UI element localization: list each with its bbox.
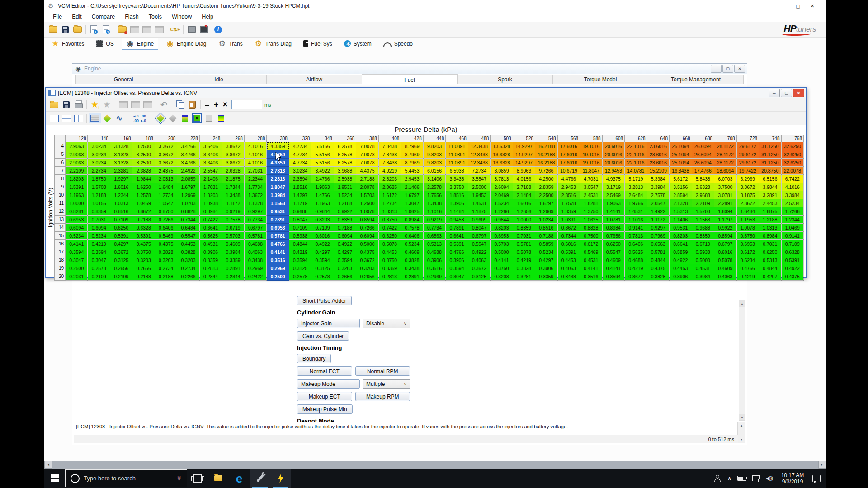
table-cell[interactable]: 29.6172 xyxy=(736,159,759,167)
table-cell[interactable]: 0.6953 xyxy=(267,224,289,232)
table-cell[interactable]: 0.4297 xyxy=(110,240,132,248)
view-graph-icon[interactable] xyxy=(113,113,125,124)
table-cell[interactable]: 0.8984 xyxy=(401,216,423,224)
table-cell[interactable]: 0.4141 xyxy=(66,240,88,248)
row-header[interactable]: 17 xyxy=(55,248,66,256)
table-cell[interactable]: 0.7109 xyxy=(311,224,334,232)
table-cell[interactable]: 1.1016 xyxy=(423,207,445,216)
row-header[interactable]: 20 xyxy=(55,272,66,281)
normal-rpm-button[interactable]: Normal RPM xyxy=(355,366,410,376)
table-cell[interactable]: 1.3438 xyxy=(222,191,244,199)
table-cell[interactable]: 0.6797 xyxy=(244,224,266,232)
table-cell[interactable]: 1.8516 xyxy=(446,191,468,199)
table-cell[interactable]: 0.8672 xyxy=(132,207,155,216)
equals-icon[interactable]: = xyxy=(203,100,212,109)
table-cell[interactable]: 32.6250 xyxy=(781,150,804,159)
table-cell[interactable]: 0.3828 xyxy=(401,256,423,264)
table-cell[interactable]: 3.4766 xyxy=(177,142,199,150)
table-cell[interactable]: 0.4219 xyxy=(513,256,535,264)
table-cell[interactable]: 1.0078 xyxy=(736,224,759,232)
table-cell[interactable]: 12.3438 xyxy=(468,159,490,167)
table-cell[interactable]: 0.8359 xyxy=(88,207,110,216)
table-cell[interactable]: 7.0078 xyxy=(356,159,378,167)
engine-restore-button[interactable]: ▢ xyxy=(722,65,733,73)
table-cell[interactable]: 0.4375 xyxy=(647,264,669,272)
table-cell[interactable]: 0.6797 xyxy=(714,240,736,248)
table-cell[interactable]: 0.2188 xyxy=(155,272,177,281)
table-cell[interactable]: 0.4297 xyxy=(535,256,557,264)
paste-icon[interactable] xyxy=(187,99,198,110)
table-cell[interactable]: 1.6875 xyxy=(759,207,781,216)
table-cell[interactable]: 2.9453 xyxy=(557,183,580,191)
table-cell[interactable]: 0.4375 xyxy=(356,248,378,256)
compare-fill-icon[interactable] xyxy=(179,113,190,124)
table-cell[interactable]: 16.2188 xyxy=(535,159,557,167)
table-cell[interactable]: 0.4297 xyxy=(311,248,334,256)
table-cell[interactable]: 0.4609 xyxy=(222,240,244,248)
column-header[interactable]: 508 xyxy=(491,135,513,142)
table-cell[interactable]: 1.4141 xyxy=(602,207,624,216)
taskbar-clock[interactable]: 10:17 AM 9/3/2019 xyxy=(778,472,807,485)
table-cell[interactable]: 4.4375 xyxy=(356,167,378,175)
tab-os[interactable]: OS xyxy=(92,39,118,49)
boundary-button[interactable]: Boundary xyxy=(297,354,331,363)
table-cell[interactable]: 1.0625 xyxy=(401,207,423,216)
engine-minimize-button[interactable]: ─ xyxy=(711,65,722,73)
engine-tab-spark[interactable]: Spark xyxy=(458,75,553,84)
table-cell[interactable]: 5.1719 xyxy=(625,175,647,183)
table-cell[interactable]: 3.8672 xyxy=(222,142,244,150)
column-header[interactable]: 208 xyxy=(155,135,177,142)
table-cell[interactable]: 0.7813 xyxy=(625,232,647,240)
table-cell[interactable]: 2.0625 xyxy=(378,183,401,191)
favorite-add-icon[interactable] xyxy=(89,99,100,110)
table-cell[interactable]: 0.7109 xyxy=(289,224,311,232)
table-cell[interactable]: 1.3906 xyxy=(446,199,468,207)
table-cell[interactable]: 0.7656 xyxy=(602,232,624,240)
table-cell[interactable]: 0.2656 xyxy=(132,264,155,272)
table-cell[interactable]: 2.1875 xyxy=(222,175,244,183)
table-cell[interactable]: 0.9219 xyxy=(423,216,445,224)
table-cell[interactable]: 1.9297 xyxy=(110,175,132,183)
table-cell[interactable]: 0.2656 xyxy=(110,264,132,272)
tab-trans[interactable]: Trans xyxy=(214,38,246,49)
table-cell[interactable]: 1.6797 xyxy=(401,191,423,199)
table-cell[interactable]: 1.6797 xyxy=(177,183,199,191)
table-cell[interactable]: 0.7891 xyxy=(446,224,468,232)
table-cell[interactable]: 26.6094 xyxy=(692,142,714,150)
file-info-icon[interactable]: i xyxy=(88,24,99,35)
column-header[interactable]: 628 xyxy=(625,135,647,142)
table-cell[interactable]: 1.5703 xyxy=(692,207,714,216)
column-header[interactable]: 248 xyxy=(199,135,222,142)
table-cell[interactable]: 7.8438 xyxy=(378,150,401,159)
table-cell[interactable]: 2.6484 xyxy=(625,191,647,199)
table-cell[interactable]: 2.5469 xyxy=(602,191,624,199)
grid-3-icon[interactable] xyxy=(142,99,153,110)
multiply-icon[interactable]: × xyxy=(221,100,230,109)
table-cell[interactable]: 0.5703 xyxy=(222,232,244,240)
engine-close-button[interactable]: ✕ xyxy=(734,65,745,73)
table-cell[interactable]: 0.9453 xyxy=(446,216,468,224)
table-cell[interactable]: 0.4531 xyxy=(692,264,714,272)
column-header[interactable]: 568 xyxy=(557,135,580,142)
view-3d-icon[interactable] xyxy=(101,113,113,124)
table-cell[interactable]: 3.6328 xyxy=(692,183,714,191)
row-header[interactable]: 15 xyxy=(55,232,66,240)
table-cell[interactable]: 20.6016 xyxy=(602,150,624,159)
menu-window[interactable]: Window xyxy=(167,13,197,21)
scroll-right-icon[interactable]: ► xyxy=(818,461,826,469)
table-cell[interactable]: 0.8359 xyxy=(513,224,535,232)
table-cell[interactable]: 0.3125 xyxy=(289,264,311,272)
table-cell[interactable]: 13.6328 xyxy=(491,150,513,159)
table-cell[interactable]: 0.6094 xyxy=(334,232,356,240)
table-cell[interactable]: 1.3750 xyxy=(580,207,602,216)
table-cell[interactable]: 0.4688 xyxy=(625,256,647,264)
table-cell[interactable]: 2.8359 xyxy=(535,183,557,191)
table-cell[interactable]: 1.0938 xyxy=(199,199,222,207)
injector-gain-select[interactable]: Disable∨ xyxy=(363,319,410,328)
table-cell[interactable]: 0.3828 xyxy=(155,248,177,256)
table-cell[interactable]: 2.3828 xyxy=(132,167,155,175)
table-cell[interactable]: 0.4766 xyxy=(446,248,468,256)
table-cell[interactable]: 1.4297 xyxy=(289,191,311,199)
table-cell[interactable]: 3.3672 xyxy=(155,150,177,159)
plus-icon[interactable]: + xyxy=(212,100,221,109)
